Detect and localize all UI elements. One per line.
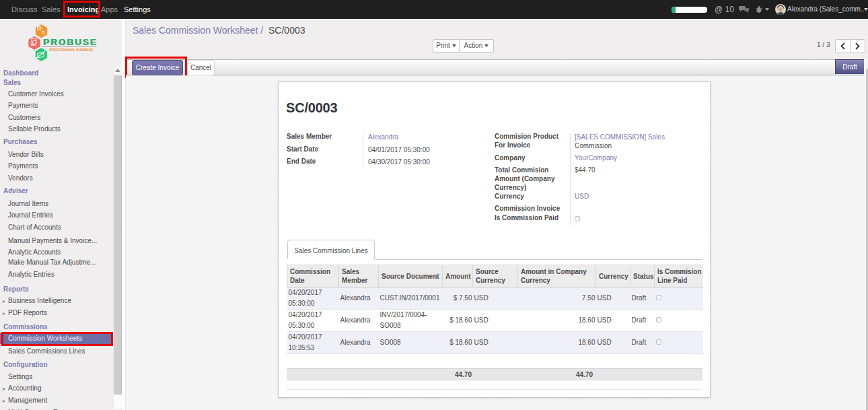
svg-text:PROFESSIONAL BUSINESS: PROFESSIONAL BUSINESS bbox=[49, 48, 94, 52]
svg-text:PROBUSE: PROBUSE bbox=[43, 37, 98, 47]
